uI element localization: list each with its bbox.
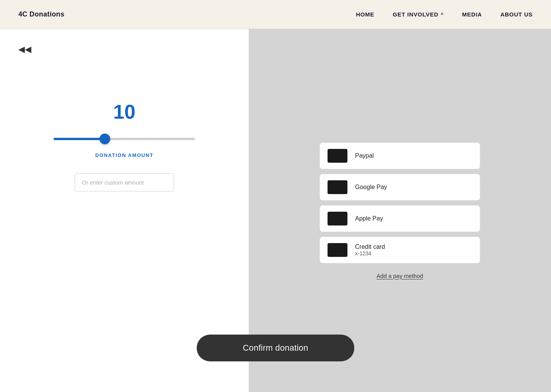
credit-card-icon: [328, 243, 347, 257]
credit-card-info: Credit card x-1234: [355, 243, 385, 256]
nav-media[interactable]: MEDIA: [462, 11, 482, 18]
logo: 4C Donations: [18, 10, 64, 18]
payment-method-credit-card[interactable]: Credit card x-1234: [320, 237, 480, 263]
custom-amount-input[interactable]: [75, 173, 174, 191]
donation-label: DONATION AMOUNT: [95, 152, 153, 158]
confirm-donation-button[interactable]: Confirm donation: [197, 335, 354, 361]
apple-pay-label: Apple Pay: [355, 215, 383, 222]
chevron-up-icon: ^: [441, 12, 444, 17]
nav-home[interactable]: HOME: [356, 11, 374, 18]
payment-method-apple-pay[interactable]: Apple Pay: [320, 205, 480, 232]
apple-pay-icon: [328, 212, 347, 225]
back-icon: ◀◀: [18, 44, 31, 54]
payment-method-google-pay[interactable]: Google Pay: [320, 174, 480, 201]
slider-container: [54, 135, 195, 142]
google-pay-label: Google Pay: [355, 184, 387, 191]
nav-get-involved[interactable]: GET INVOLVED ^: [393, 11, 443, 18]
credit-card-sub: x-1234: [355, 250, 385, 256]
donation-amount-display: 10: [113, 100, 135, 123]
back-button[interactable]: ◀◀: [18, 44, 31, 54]
nav-about-us[interactable]: ABOUT US: [500, 11, 533, 18]
credit-card-label: Credit card: [355, 243, 385, 250]
add-pay-method-link[interactable]: Add a pay method: [377, 273, 423, 279]
header: 4C Donations HOME GET INVOLVED ^ MEDIA A…: [0, 0, 551, 29]
payment-methods-list: Paypal Google Pay Apple Pay Credit card …: [320, 142, 480, 263]
paypal-icon: [328, 149, 347, 163]
paypal-label: Paypal: [355, 152, 374, 159]
google-pay-icon: [328, 180, 347, 194]
navigation: HOME GET INVOLVED ^ MEDIA ABOUT US: [356, 11, 533, 18]
donation-center: 10 DONATION AMOUNT: [18, 100, 230, 191]
donation-slider[interactable]: [54, 138, 195, 140]
payment-method-paypal[interactable]: Paypal: [320, 142, 480, 169]
